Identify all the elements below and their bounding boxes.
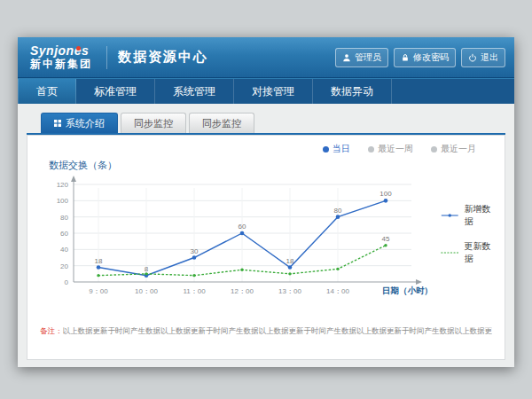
legend-updated-data[interactable]: 更新数据	[441, 240, 492, 265]
desktop-background: Synjones 新中新集团 数据资源中心 管理员 修改密码 退出	[0, 0, 532, 399]
range-filter-legend: 当日 最近一周 最近一月	[40, 143, 492, 155]
svg-text:9：00: 9：00	[89, 287, 108, 295]
svg-text:100: 100	[57, 197, 69, 205]
line-chart: 0204060801001209：0010：0011：0012：0013：001…	[40, 174, 439, 307]
svg-text:120: 120	[57, 181, 69, 189]
content-area: 系统介绍 同步监控 同步监控 当日 最近一	[18, 104, 514, 367]
header-actions: 管理员 修改密码 退出	[335, 48, 505, 67]
chart-panel: 当日 最近一周 最近一月 数据交换（条） 0204060801001209：00…	[27, 135, 505, 360]
svg-text:日期（小时）: 日期（小时）	[382, 286, 433, 296]
logo-text: Synjones	[30, 44, 92, 58]
logout-label: 退出	[481, 51, 498, 64]
nav-item-label: 标准管理	[94, 84, 137, 99]
user-icon	[342, 53, 351, 62]
footnote: 备注：以上数据更新于时间产生数据以上数据更新于时间产生数据以上数据更新于时间产生…	[40, 326, 492, 337]
svg-text:0: 0	[65, 278, 69, 286]
radio-dot-icon	[368, 146, 374, 153]
svg-text:10：00: 10：00	[135, 287, 158, 295]
change-password-label: 修改密码	[413, 51, 449, 64]
svg-text:60: 60	[60, 230, 68, 238]
svg-text:30: 30	[191, 247, 199, 255]
radio-dot-icon	[323, 146, 329, 153]
svg-text:100: 100	[379, 190, 392, 198]
tab-label: 同步监控	[202, 117, 241, 130]
main-nav: 首页 标准管理 系统管理 对接管理 数据异动	[18, 78, 514, 104]
svg-text:14：00: 14：00	[326, 287, 349, 295]
nav-item-home[interactable]: 首页	[18, 79, 76, 104]
nav-item-label: 数据异动	[331, 84, 373, 99]
nav-item-label: 对接管理	[252, 84, 294, 99]
filter-label: 最近一月	[441, 143, 476, 155]
svg-text:12：00: 12：00	[231, 287, 254, 295]
header-divider	[106, 46, 107, 69]
legend-label: 更新数据	[464, 240, 492, 265]
svg-text:18: 18	[286, 257, 294, 265]
filter-last-week[interactable]: 最近一周	[368, 143, 413, 155]
svg-text:80: 80	[60, 214, 68, 222]
legend-new-data[interactable]: 新增数据	[441, 203, 492, 228]
tab-sync-monitor-2[interactable]: 同步监控	[189, 113, 254, 133]
filter-today[interactable]: 当日	[323, 143, 350, 155]
filter-label: 最近一周	[378, 143, 413, 155]
svg-text:18: 18	[95, 257, 103, 265]
nav-item-standard-mgmt[interactable]: 标准管理	[76, 79, 155, 104]
tab-system-intro[interactable]: 系统介绍	[41, 113, 118, 133]
chart-row: 0204060801001209：0010：0011：0012：0013：001…	[40, 174, 492, 307]
dotted-line-swatch-icon	[441, 249, 458, 256]
grid-icon	[54, 120, 61, 127]
svg-text:80: 80	[334, 207, 342, 215]
tab-bar: 系统介绍 同步监控 同步监控	[18, 104, 514, 133]
y-axis-title: 数据交换（条）	[49, 159, 492, 172]
admin-button-label: 管理员	[355, 51, 381, 64]
nav-item-label: 首页	[36, 84, 58, 99]
page-title: 数据资源中心	[118, 49, 208, 66]
footnote-text: 以上数据更新于时间产生数据以上数据更新于时间产生数据以上数据更新于时间产生数据以…	[63, 326, 493, 335]
svg-text:20: 20	[60, 262, 68, 270]
app-window: Synjones 新中新集团 数据资源中心 管理员 修改密码 退出	[18, 37, 514, 367]
svg-text:45: 45	[382, 235, 390, 243]
series-legend: 新增数据 更新数据	[441, 203, 492, 265]
change-password-button[interactable]: 修改密码	[394, 48, 456, 67]
filter-label: 当日	[332, 143, 350, 155]
solid-line-swatch-icon	[441, 212, 458, 219]
nav-item-label: 系统管理	[173, 84, 215, 99]
radio-dot-icon	[431, 146, 437, 153]
power-icon	[468, 53, 477, 62]
filter-last-month[interactable]: 最近一月	[431, 143, 476, 155]
admin-button[interactable]: 管理员	[335, 48, 388, 67]
svg-text:60: 60	[239, 223, 246, 231]
tab-sync-monitor-1[interactable]: 同步监控	[121, 113, 186, 133]
nav-item-data-change[interactable]: 数据异动	[313, 79, 392, 104]
logout-button[interactable]: 退出	[461, 48, 505, 67]
tab-label: 系统介绍	[66, 117, 105, 130]
legend-label: 新增数据	[464, 203, 492, 228]
svg-text:8: 8	[145, 265, 149, 273]
logo-subtitle: 新中新集团	[30, 59, 92, 70]
lock-icon	[401, 53, 410, 62]
svg-text:11：00: 11：00	[183, 287, 206, 295]
footnote-prefix: 备注：	[40, 326, 63, 335]
svg-text:13：00: 13：00	[278, 287, 301, 295]
tab-label: 同步监控	[134, 117, 173, 130]
app-header: Synjones 新中新集团 数据资源中心 管理员 修改密码 退出	[18, 37, 514, 78]
nav-item-docking-mgmt[interactable]: 对接管理	[234, 79, 313, 104]
nav-item-system-mgmt[interactable]: 系统管理	[155, 79, 234, 104]
logo: Synjones 新中新集团	[27, 43, 96, 72]
svg-text:40: 40	[60, 246, 68, 254]
